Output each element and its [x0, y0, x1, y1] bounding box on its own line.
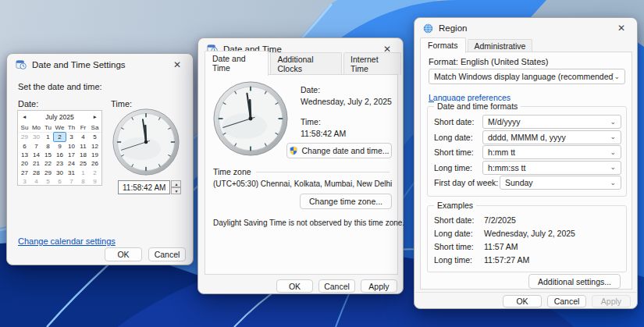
calendar-day[interactable]: 7	[66, 177, 77, 186]
calendar-day[interactable]: 22	[42, 159, 54, 168]
calendar-day[interactable]: 23	[54, 159, 66, 168]
calendar-day[interactable]: 25	[77, 159, 89, 168]
calendar-day[interactable]: 27	[19, 169, 30, 177]
calendar-day[interactable]: 1	[42, 133, 54, 141]
calendar-day[interactable]: 1	[77, 169, 89, 177]
example-short-time-value: 11:57 AM	[484, 242, 518, 251]
day-header: Sa	[89, 123, 101, 132]
calendar-day[interactable]: 9	[54, 141, 66, 150]
change-date-time-button[interactable]: Change date and time...	[286, 143, 392, 158]
time-value: 11:58:42 AM	[301, 129, 346, 138]
cancel-button[interactable]: Cancel	[148, 247, 186, 261]
close-icon[interactable]: ✕	[170, 59, 184, 71]
ok-button[interactable]: OK	[105, 247, 142, 261]
day-header: We	[54, 123, 66, 132]
format-label: Format: English (United States)	[429, 57, 548, 66]
calendar-day[interactable]: 4	[77, 133, 89, 141]
first-day-of-week-label: First day of week:	[434, 178, 498, 187]
uac-shield-icon	[289, 146, 298, 155]
datetime-icon	[16, 59, 27, 70]
calendar-day[interactable]: 28	[30, 169, 42, 177]
calendar-day[interactable]: 8	[77, 177, 89, 186]
tab-date-and-time[interactable]: Date and Time	[205, 51, 269, 76]
time-input[interactable]: 11:58:42 AM	[118, 180, 170, 194]
calendar-day[interactable]: 3	[66, 133, 77, 141]
calendar-day[interactable]: 6	[19, 141, 30, 150]
day-header: Su	[19, 123, 30, 132]
dst-note: Daylight Saving Time is not observed by …	[213, 219, 404, 227]
calendar-next-icon[interactable]: ►	[93, 114, 98, 119]
calendar-day[interactable]: 29	[19, 133, 30, 141]
calendar-day[interactable]: 8	[42, 141, 54, 150]
date-time-tab-panel: Date: Wednesday, July 2, 2025 Time: 11:5…	[205, 74, 398, 275]
calendar-day[interactable]: 24	[66, 159, 77, 168]
calendar-day[interactable]: 11	[77, 141, 89, 150]
timezone-value: (UTC+05:30) Chennai, Kolkata, Mumbai, Ne…	[213, 179, 392, 188]
chevron-down-icon: ⌄	[610, 164, 616, 171]
titlebar[interactable]: Region ✕	[415, 18, 637, 38]
long-time-dropdown[interactable]: h:mm:ss tt ⌄	[482, 161, 621, 175]
ok-button[interactable]: OK	[276, 279, 313, 293]
calendar-month-label[interactable]: July 2025	[27, 113, 92, 121]
tab-administrative[interactable]: Administrative	[468, 39, 533, 52]
calendar-day[interactable]: 21	[30, 159, 42, 168]
calendar-day[interactable]: 5	[89, 133, 101, 141]
close-icon[interactable]: ✕	[614, 22, 628, 34]
region-dialog: Region ✕ Formats Administrative Format: …	[414, 17, 638, 309]
date-time-formats-group: Date and time formats Short date: M/d/yy…	[427, 106, 627, 197]
calendar-day[interactable]: 15	[42, 151, 54, 159]
calendar-day[interactable]: 9	[89, 177, 101, 186]
tab-formats[interactable]: Formats	[420, 37, 466, 53]
long-time-value: h:mm:ss tt	[488, 163, 610, 172]
chevron-down-icon: ⌄	[610, 133, 616, 140]
timezone-group-separator: Time zone	[213, 167, 390, 176]
first-day-of-week-value: Sunday	[505, 178, 610, 187]
tab-internet-time[interactable]: Internet Time	[343, 52, 401, 75]
calendar-day[interactable]: 5	[42, 177, 54, 186]
calendar-day[interactable]: 20	[19, 159, 30, 168]
change-time-zone-button[interactable]: Change time zone...	[300, 194, 392, 209]
calendar-day[interactable]: 30	[30, 133, 42, 141]
calendar-day[interactable]: 6	[54, 177, 66, 186]
first-day-of-week-dropdown[interactable]: Sunday ⌄	[500, 176, 621, 190]
cancel-button[interactable]: Cancel	[318, 279, 355, 293]
cancel-button[interactable]: Cancel	[547, 295, 586, 307]
titlebar[interactable]: Date and Time Settings ✕	[7, 54, 193, 76]
calendar-day[interactable]: 19	[89, 151, 101, 159]
calendar-day[interactable]: 29	[42, 169, 54, 177]
format-dropdown[interactable]: Match Windows display language (recommen…	[429, 69, 625, 84]
instruction-text: Set the date and time:	[18, 82, 102, 91]
short-time-dropdown[interactable]: h:mm tt ⌄	[482, 145, 621, 159]
calendar-day[interactable]: 2	[89, 169, 101, 177]
apply-button[interactable]: Apply	[592, 295, 631, 307]
long-date-dropdown[interactable]: dddd, MMMM d, yyyy ⌄	[482, 130, 621, 144]
example-long-time-label: Long time:	[434, 255, 472, 265]
calendar-day[interactable]: 26	[89, 159, 101, 168]
calendar-week: 20212223242526	[18, 159, 101, 168]
calendar-day[interactable]: 3	[19, 177, 30, 186]
calendar-day[interactable]: 18	[77, 151, 89, 159]
additional-settings-button[interactable]: Additional settings...	[528, 274, 621, 289]
calendar-day-selected[interactable]: 2	[54, 133, 66, 141]
calendar-day[interactable]: 31	[66, 169, 77, 177]
chevron-down-icon: ⌄	[610, 179, 616, 187]
calendar-day[interactable]: 7	[30, 141, 42, 150]
calendar-day[interactable]: 14	[30, 151, 42, 159]
calendar-day[interactable]: 12	[89, 141, 101, 150]
spin-down-icon[interactable]: ▼	[171, 187, 181, 194]
spin-up-icon[interactable]: ▲	[171, 180, 181, 187]
change-calendar-settings-link[interactable]: Change calendar settings	[18, 236, 116, 246]
short-date-dropdown[interactable]: M/d/yyyy ⌄	[482, 115, 621, 129]
ok-button[interactable]: OK	[503, 295, 542, 307]
tab-additional-clocks[interactable]: Additional Clocks	[270, 52, 342, 75]
calendar-day[interactable]: 10	[66, 141, 77, 150]
calendar-day-headers: SuMoTuWeThFrSa	[18, 123, 101, 133]
calendar-day[interactable]: 16	[54, 151, 66, 159]
example-long-date-label: Long date:	[434, 229, 473, 238]
day-header: Th	[66, 123, 77, 132]
calendar-day[interactable]: 30	[54, 169, 66, 177]
calendar-day[interactable]: 13	[19, 151, 30, 159]
calendar-day[interactable]: 4	[30, 177, 42, 186]
apply-button[interactable]: Apply	[361, 279, 397, 293]
calendar-day[interactable]: 17	[66, 151, 77, 159]
